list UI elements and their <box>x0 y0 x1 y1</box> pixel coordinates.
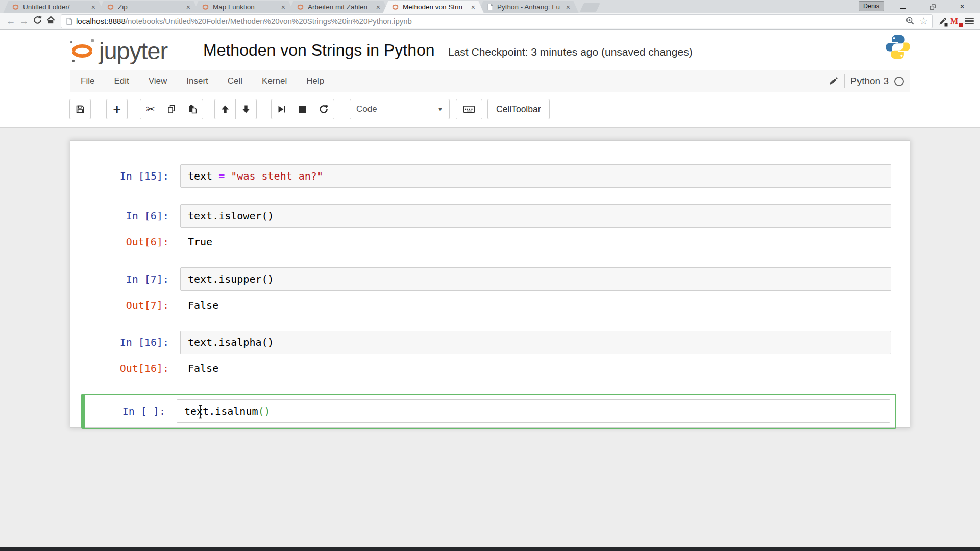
run-cell-button[interactable] <box>271 99 292 119</box>
bookmark-star-icon[interactable]: ☆ <box>919 16 928 26</box>
browser-menu-icon[interactable] <box>963 18 976 25</box>
notebook-menubar: File Edit View Insert Cell Kernel Help P… <box>0 70 980 92</box>
notebook-title[interactable]: Methoden von Strings in Python <box>203 41 435 60</box>
tab-title: Map Funktion <box>213 3 278 11</box>
notebook-toolbar: + ✂ <box>0 92 980 128</box>
code-cell: In [7]: text.isupper() Out[7]: False <box>78 267 891 314</box>
window-minimize-button[interactable] <box>888 0 918 13</box>
gmail-notification-badge <box>959 23 963 27</box>
interrupt-kernel-button[interactable] <box>292 99 313 119</box>
copy-cell-button[interactable] <box>161 99 182 119</box>
menu-view[interactable]: View <box>139 76 177 86</box>
jupyter-favicon <box>297 3 304 11</box>
new-tab-button[interactable] <box>580 3 600 12</box>
input-prompt: In [7]: <box>78 267 180 291</box>
menu-file[interactable]: File <box>71 76 104 86</box>
cell-type-value: Code <box>356 104 377 114</box>
tab-close-icon[interactable]: × <box>186 4 190 11</box>
tab-title: Methoden von Strin <box>403 3 468 11</box>
page-icon <box>65 17 72 26</box>
chevron-down-icon: ▼ <box>437 106 443 112</box>
back-icon[interactable]: ← <box>4 16 17 27</box>
profile-name-badge[interactable]: Denis <box>859 1 884 11</box>
run-icon <box>277 104 287 114</box>
jupyter-logo[interactable]: jupyter <box>67 36 167 65</box>
copy-icon <box>166 104 177 114</box>
notebook-scroll-area[interactable]: In [15]: text = "was steht an?" In [6]: … <box>0 128 980 547</box>
window-controls: × <box>888 0 977 13</box>
jupyter-header: jupyter Methoden von Strings in Python L… <box>0 30 980 70</box>
color-picker-extension-icon[interactable] <box>936 16 949 27</box>
cut-cell-button[interactable]: ✂ <box>140 99 161 119</box>
url-text: localhost:8888/notebooks/Untitled%20Fold… <box>76 17 412 26</box>
tab-title: Arbeiten mit Zahlen <box>308 3 373 11</box>
add-cell-button[interactable]: + <box>106 99 128 119</box>
kernel-name: Python 3 <box>850 76 889 87</box>
zoom-page-icon[interactable] <box>905 16 915 26</box>
forward-icon[interactable]: → <box>17 16 31 27</box>
taskbar-edge <box>0 547 980 551</box>
menu-kernel[interactable]: Kernel <box>252 76 297 86</box>
paste-cell-button[interactable] <box>182 99 203 119</box>
celltoolbar-button[interactable]: CellToolbar <box>487 99 550 119</box>
code-input-editing[interactable]: text.isalnum() <box>177 399 890 423</box>
command-palette-button[interactable] <box>456 99 482 119</box>
home-icon[interactable] <box>44 15 57 28</box>
browser-tab-arbeiten-mit-zahlen[interactable]: Arbeiten mit Zahlen × <box>288 1 389 13</box>
keyboard-icon <box>463 104 475 114</box>
output-prompt: Out[6]: <box>78 233 180 251</box>
browser-tab-map-funktion[interactable]: Map Funktion × <box>193 1 294 13</box>
gmail-m-glyph: M <box>950 17 958 26</box>
reload-icon[interactable] <box>31 15 44 28</box>
input-prompt: In [16]: <box>78 331 180 354</box>
move-cell-up-button[interactable] <box>214 99 236 119</box>
jupyter-logo-mark <box>67 36 97 65</box>
code-cell: In [15]: text = "was steht an?" <box>78 164 891 188</box>
menu-insert[interactable]: Insert <box>177 76 218 86</box>
code-input[interactable]: text.isupper() <box>180 267 891 291</box>
input-prompt: In [ ]: <box>85 399 177 423</box>
kernel-divider <box>844 74 845 88</box>
browser-window: Untitled Folder/ × Zip × Map Funktion × … <box>0 0 980 551</box>
page-favicon <box>486 3 494 11</box>
save-button[interactable] <box>69 99 91 119</box>
url-path: /notebooks/Untitled%20Folder/Methoden%20… <box>126 17 412 26</box>
gmail-extension-icon[interactable]: M <box>949 17 963 26</box>
active-code-cell[interactable]: In [ ]: text.isalnum() <box>81 394 896 429</box>
code-cell: In [6]: text.islower() Out[6]: True <box>78 204 891 251</box>
tab-title: Zip <box>118 3 183 11</box>
cell-type-dropdown[interactable]: Code ▼ <box>350 99 450 119</box>
restart-kernel-button[interactable] <box>313 99 334 119</box>
menu-help[interactable]: Help <box>297 76 334 86</box>
tab-close-icon[interactable]: × <box>471 4 475 11</box>
tab-close-icon[interactable]: × <box>376 4 380 11</box>
tab-title: Untitled Folder/ <box>23 3 88 11</box>
output-prompt: Out[16]: <box>78 359 180 378</box>
tab-close-icon[interactable]: × <box>91 4 95 11</box>
arrow-down-icon <box>241 104 251 114</box>
code-input[interactable]: text = "was steht an?" <box>180 164 891 188</box>
restore-icon <box>929 3 937 11</box>
python-logo-icon <box>885 34 911 60</box>
code-input[interactable]: text.isalpha() <box>180 331 891 354</box>
url-omnibox[interactable]: localhost:8888/notebooks/Untitled%20Fold… <box>61 14 933 28</box>
checkpoint-status: Last Checkpoint: 3 minutes ago (unsaved … <box>448 46 693 58</box>
menu-cell[interactable]: Cell <box>218 76 252 86</box>
save-icon <box>75 104 85 114</box>
output-value: False <box>188 296 218 314</box>
arrow-up-icon <box>220 104 230 114</box>
browser-tab-python-anhang[interactable]: Python - Anhang: Fu × <box>478 1 579 13</box>
tab-close-icon[interactable]: × <box>566 4 570 11</box>
window-maximize-button[interactable] <box>918 0 947 13</box>
move-cell-down-button[interactable] <box>235 99 257 119</box>
window-close-button[interactable]: × <box>947 0 977 13</box>
url-host: localhost:8888 <box>76 17 126 26</box>
code-input[interactable]: text.islower() <box>180 204 891 228</box>
output-value: True <box>188 233 212 251</box>
browser-tab-methoden-von-strings-active[interactable]: Methoden von Strin × <box>383 1 484 13</box>
tab-close-icon[interactable]: × <box>281 4 285 11</box>
browser-tab-untitled-folder[interactable]: Untitled Folder/ × <box>3 1 104 13</box>
browser-tab-zip[interactable]: Zip × <box>98 1 199 13</box>
menu-edit[interactable]: Edit <box>104 76 138 86</box>
tab-title: Python - Anhang: Fu <box>497 3 562 11</box>
